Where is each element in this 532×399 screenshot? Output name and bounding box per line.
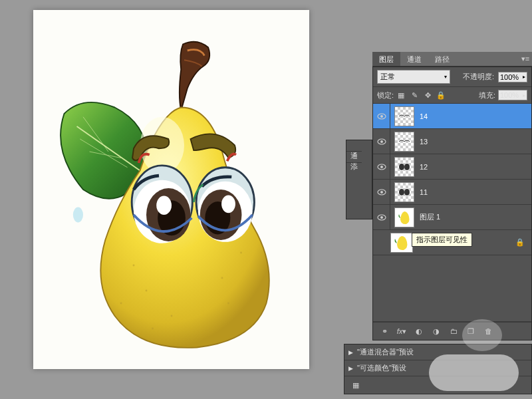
- svg-point-34: [380, 216, 383, 219]
- fx-icon[interactable]: fx▾: [394, 325, 409, 337]
- disclosure-icon: ▶: [348, 365, 353, 372]
- svg-point-3: [145, 290, 147, 292]
- svg-point-4: [170, 315, 172, 317]
- side-tab-a[interactable]: 通: [346, 140, 362, 152]
- svg-point-0: [72, 207, 82, 223]
- opacity-label: 不透明度:: [463, 72, 494, 82]
- svg-point-27: [399, 164, 404, 170]
- side-collapsed-panel[interactable]: 通 添: [346, 140, 372, 219]
- adj-thumb-icon[interactable]: ▦: [348, 379, 363, 391]
- lock-label: 锁定:: [377, 90, 394, 100]
- layer-thumbnail[interactable]: [394, 157, 414, 177]
- svg-point-28: [404, 164, 410, 170]
- eye-icon: [377, 164, 386, 170]
- layer-row[interactable]: 14: [373, 104, 531, 129]
- fill-label: 填充:: [479, 90, 495, 100]
- blend-mode-select[interactable]: 正常 ▾: [377, 70, 450, 84]
- layer-thumbnail[interactable]: [390, 233, 413, 253]
- layer-name[interactable]: 图层 1: [418, 212, 531, 222]
- svg-point-32: [404, 189, 410, 196]
- eye-icon: [377, 138, 386, 145]
- visibility-tooltip: 指示图层可见性: [412, 233, 472, 247]
- svg-point-15: [156, 196, 172, 215]
- svg-point-31: [399, 189, 404, 196]
- svg-point-24: [380, 140, 383, 143]
- layer-thumbnail[interactable]: [394, 132, 414, 152]
- svg-point-26: [380, 166, 383, 168]
- adjustment-icon[interactable]: ◑: [429, 325, 444, 337]
- canvas[interactable]: [33, 10, 309, 369]
- lock-all-icon[interactable]: 🔒: [436, 90, 446, 100]
- layer-name[interactable]: 13: [418, 138, 531, 146]
- tab-paths[interactable]: 路径: [428, 52, 456, 66]
- visibility-toggle[interactable]: [373, 154, 390, 179]
- visibility-toggle[interactable]: [373, 129, 390, 154]
- chevron-icon: ▸: [523, 74, 525, 80]
- svg-point-22: [380, 115, 383, 118]
- visibility-toggle[interactable]: [373, 205, 390, 229]
- svg-point-2: [132, 265, 134, 267]
- side-tab-b[interactable]: 添: [346, 152, 362, 163]
- dropdown-icon: ▾: [444, 74, 447, 80]
- watermark: [462, 319, 502, 351]
- layer-row[interactable]: 11: [373, 180, 531, 205]
- layer-thumbnail[interactable]: [394, 207, 414, 227]
- group-icon[interactable]: 🗀: [446, 325, 461, 337]
- svg-point-9: [227, 303, 229, 305]
- opacity-input[interactable]: 100%▸: [498, 72, 527, 82]
- lock-position-icon[interactable]: ✥: [423, 90, 432, 100]
- lock-transparent-icon[interactable]: ▦: [396, 90, 406, 100]
- layer-name[interactable]: 11: [418, 188, 531, 196]
- chevron-icon: ▸: [523, 92, 525, 98]
- tab-channels[interactable]: 通道: [400, 52, 428, 66]
- lock-icon: 🔒: [515, 238, 525, 247]
- mask-icon[interactable]: ◐: [412, 325, 426, 337]
- tab-layers[interactable]: 图层: [372, 52, 400, 66]
- layer-thumbnail[interactable]: [394, 182, 414, 202]
- svg-point-10: [152, 328, 154, 330]
- svg-point-30: [380, 191, 383, 194]
- visibility-toggle[interactable]: [373, 180, 390, 204]
- eye-icon: [377, 113, 386, 120]
- layer-name[interactable]: 14: [418, 112, 531, 120]
- panel-tabs: 图层 通道 路径 ▾≡: [372, 52, 532, 66]
- layers-panel: 正常 ▾ 不透明度: 100%▸ 锁定: ▦ ✎ ✥ 🔒 填充: 100%▸ 1…: [372, 66, 532, 340]
- layer-row[interactable]: 图层 1: [373, 205, 531, 230]
- layers-panel-footer: ⚭ fx▾ ◐ ◑ 🗀 ❐ 🗑: [373, 322, 531, 340]
- layer-row[interactable]: 12: [373, 154, 531, 180]
- eye-icon: [377, 214, 386, 221]
- layer-row[interactable]: 13: [373, 129, 531, 154]
- background-layer-row[interactable]: 指示图层可见性 🔒: [373, 230, 531, 255]
- blend-mode-value: 正常: [380, 72, 395, 82]
- visibility-toggle[interactable]: [373, 104, 390, 128]
- link-layers-icon[interactable]: ⚭: [377, 325, 392, 337]
- lock-image-icon[interactable]: ✎: [410, 90, 419, 100]
- svg-point-6: [240, 252, 242, 254]
- artwork-pear: [45, 23, 298, 356]
- watermark: [429, 354, 519, 391]
- svg-point-20: [221, 196, 235, 213]
- svg-point-7: [120, 303, 122, 305]
- fill-input[interactable]: 100%▸: [498, 90, 527, 100]
- layer-thumbnail[interactable]: [394, 106, 414, 126]
- eye-icon: [377, 189, 386, 196]
- layer-name[interactable]: 12: [418, 163, 531, 171]
- disclosure-icon: ▶: [348, 349, 353, 356]
- svg-point-5: [221, 277, 223, 279]
- panel-menu-icon[interactable]: ▾≡: [519, 52, 532, 66]
- layer-list: 14 13 12 11 图层 1 指示图层可见性 🔒: [373, 104, 531, 322]
